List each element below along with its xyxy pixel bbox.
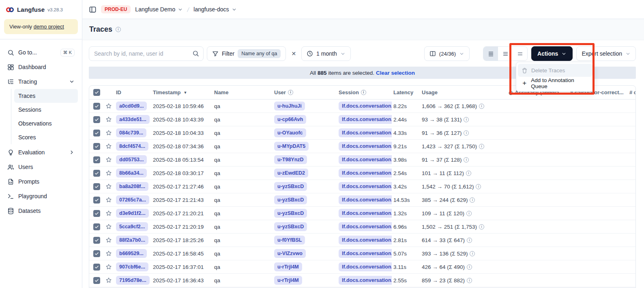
sidebar-item-datasets[interactable]: Datasets	[4, 204, 78, 218]
favorite-star-icon[interactable]	[105, 183, 112, 190]
search-input[interactable]	[89, 46, 204, 61]
table-row[interactable]: a433de51...2025-02-18 10:43:39qau-cp66Av…	[89, 113, 635, 126]
row-checkbox[interactable]	[93, 277, 100, 284]
favorite-star-icon[interactable]	[105, 277, 112, 284]
favorite-star-icon[interactable]	[105, 170, 112, 176]
actions-button[interactable]: Actions	[531, 46, 573, 61]
row-checkbox[interactable]	[93, 103, 100, 110]
table-row[interactable]: 8dcf4574...2025-02-18 07:34:36qau-MYpDAT…	[89, 140, 635, 153]
filter-chip[interactable]: Name any of qa	[238, 49, 281, 58]
session-badge[interactable]: lf.docs.conversation...	[339, 222, 392, 231]
column-header-timestamp[interactable]: Timestamp▼	[151, 89, 213, 95]
select-all-checkbox[interactable]	[93, 89, 100, 96]
session-badge[interactable]: lf.docs.conversation...	[339, 155, 392, 164]
table-row[interactable]: d3e9d1f2...2025-02-17 21:20:21qau-yzSBxc…	[89, 207, 635, 220]
table-row[interactable]: dd05753...2025-02-18 05:13:54qau-T98YnzD…	[89, 153, 635, 167]
favorite-star-icon[interactable]	[105, 237, 112, 243]
sidebar-item-users[interactable]: Users	[4, 160, 78, 174]
trace-id-badge[interactable]: 07265c7a...	[116, 195, 149, 204]
row-checkbox[interactable]	[93, 170, 100, 177]
trace-id-badge[interactable]: 8b66a34...	[116, 169, 147, 178]
trace-id-badge[interactable]: 88f2a7b0...	[116, 236, 148, 245]
row-checkbox[interactable]	[93, 223, 100, 230]
trace-id-badge[interactable]: 7195d78e...	[116, 276, 150, 285]
row-height-medium-button[interactable]	[498, 47, 513, 61]
row-checkbox[interactable]	[93, 264, 100, 271]
user-badge[interactable]: u-yzSBxcD	[274, 209, 307, 218]
panel-toggle-icon[interactable]	[89, 6, 97, 13]
column-header-latency[interactable]: Latency	[392, 89, 420, 95]
org-selector[interactable]: Langfuse Demo	[135, 6, 183, 13]
user-badge[interactable]: u-yzSBxcD	[274, 222, 307, 231]
row-checkbox[interactable]	[93, 250, 100, 257]
row-checkbox[interactable]	[93, 130, 100, 136]
favorite-star-icon[interactable]	[105, 264, 112, 270]
column-visibility-button[interactable]: (24/36)	[424, 46, 470, 61]
table-row[interactable]: 7195d78e...2025-02-17 16:36:43qau-rTrjI4…	[89, 274, 635, 287]
trace-id-badge[interactable]: 5cca9cf2...	[116, 222, 148, 231]
table-row[interactable]: 8b66a34...2025-02-18 03:30:17qau-zEwdED2…	[89, 167, 635, 180]
row-checkbox[interactable]	[93, 237, 100, 244]
user-badge[interactable]: u-zEwdED2	[274, 169, 308, 178]
user-badge[interactable]: u-yzSBxcD	[274, 195, 307, 204]
trace-id-badge[interactable]: b669529...	[116, 249, 147, 258]
user-badge[interactable]: u-cp66Avh	[274, 115, 306, 124]
session-badge[interactable]: lf.docs.conversation...	[339, 115, 392, 124]
session-badge[interactable]: lf.docs.conversation...	[339, 262, 392, 271]
sidebar-item-dashboard[interactable]: Dashboard	[4, 60, 78, 74]
session-badge[interactable]: lf.docs.conversation...	[339, 142, 392, 151]
table-row[interactable]: 5cca9cf2...2025-02-17 21:20:19qau-yzSBxc…	[89, 220, 635, 234]
column-header-id[interactable]: ID	[114, 89, 151, 95]
favorite-star-icon[interactable]	[105, 143, 112, 149]
trace-id-badge[interactable]: a433de51...	[116, 115, 150, 124]
column-header-user[interactable]: Useri	[273, 89, 337, 95]
favorite-star-icon[interactable]	[105, 116, 112, 123]
favorite-star-icon[interactable]	[105, 103, 112, 109]
table-row[interactable]: 084c739...2025-02-18 10:04:33qau-OYauofc…	[89, 126, 635, 140]
project-selector[interactable]: langfuse-docs	[193, 6, 236, 13]
session-badge[interactable]: lf.docs.conversation...	[339, 249, 392, 258]
favorite-star-icon[interactable]	[105, 156, 112, 163]
column-header-usage[interactable]: Usage	[420, 89, 507, 95]
trace-id-badge[interactable]: dd05753...	[116, 155, 147, 164]
session-badge[interactable]: lf.docs.conversation...	[339, 195, 392, 204]
menu-item-delete-traces[interactable]: Delete Traces	[518, 64, 592, 77]
trace-id-badge[interactable]: d3e9d1f2...	[116, 209, 149, 218]
clear-filter-button[interactable]: ✕	[289, 50, 298, 57]
user-badge[interactable]: u-rTrjI4M	[274, 276, 302, 285]
session-badge[interactable]: lf.docs.conversation...	[339, 236, 392, 245]
favorite-star-icon[interactable]	[105, 130, 112, 136]
row-height-small-button[interactable]	[483, 47, 498, 61]
table-row[interactable]: ba8a208f...2025-02-17 21:27:46qau-yzSBxc…	[89, 180, 635, 193]
favorite-star-icon[interactable]	[105, 250, 112, 257]
favorite-star-icon[interactable]	[105, 210, 112, 217]
export-selection-button[interactable]: Export selection	[576, 46, 636, 61]
user-badge[interactable]: u-f0YfBSL	[274, 236, 305, 245]
table-row[interactable]: 07265c7a...2025-02-17 21:21:43qau-yzSBxc…	[89, 193, 635, 207]
sidebar-item-tracing[interactable]: Tracing	[4, 74, 78, 89]
user-badge[interactable]: u-rTrjI4M	[274, 262, 302, 271]
goto-button[interactable]: Go to... ⌘ K	[4, 45, 78, 60]
session-badge[interactable]: lf.docs.conversation...	[339, 209, 392, 218]
table-row[interactable]: 907cbf6e...2025-02-17 16:37:01qau-rTrjI4…	[89, 260, 635, 274]
favorite-star-icon[interactable]	[105, 223, 112, 230]
session-badge[interactable]: lf.docs.conversation...	[339, 182, 392, 191]
row-checkbox[interactable]	[93, 197, 100, 204]
filter-button[interactable]: Filter Name any of qa	[207, 46, 286, 61]
sidebar-item-sessions[interactable]: Sessions	[14, 103, 78, 117]
table-row[interactable]: a0cd0d9...2025-02-18 10:59:46qau-huJhuJi…	[89, 100, 635, 113]
session-badge[interactable]: lf.docs.conversation...	[339, 102, 392, 110]
trace-id-badge[interactable]: 907cbf6e...	[116, 262, 148, 271]
user-badge[interactable]: u-OYauofc	[274, 128, 306, 137]
column-header-name[interactable]: Name	[213, 89, 273, 95]
sidebar-item-playground[interactable]: Playground	[4, 189, 78, 204]
session-badge[interactable]: lf.docs.conversation...	[339, 276, 392, 285]
time-range-select[interactable]: 1 month	[301, 46, 351, 61]
row-checkbox[interactable]	[93, 156, 100, 163]
row-checkbox[interactable]	[93, 183, 100, 190]
trace-id-badge[interactable]: ba8a208f...	[116, 182, 148, 191]
trace-id-badge[interactable]: 8dcf4574...	[116, 142, 148, 151]
table-row[interactable]: b669529...2025-02-17 16:58:45qau-VIZzvwo…	[89, 247, 635, 260]
sidebar-item-observations[interactable]: Observations	[14, 117, 78, 130]
column-header-truncated[interactable]: # c	[628, 89, 635, 95]
